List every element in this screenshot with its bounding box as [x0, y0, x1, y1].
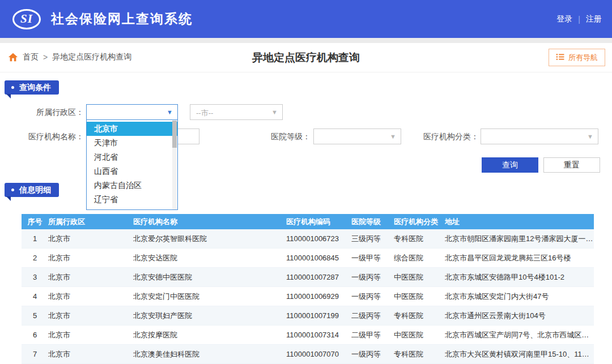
table-cell: 2 — [22, 254, 48, 262]
auth-links: 登录 | 注册 — [556, 0, 602, 38]
table-row: 3北京市北京安德中医医院1100001007287一级丙等中医医院北京市东城区安… — [22, 268, 594, 287]
login-link[interactable]: 登录 — [556, 14, 572, 24]
table-cell: 一级丙等 — [351, 292, 394, 302]
chevron-down-icon: ▼ — [271, 109, 278, 115]
dropdown-scrollbar-thumb[interactable] — [172, 121, 177, 148]
table-cell: 北京市 — [48, 272, 133, 282]
table-cell: 北京市 — [48, 253, 133, 263]
search-button[interactable]: 查询 — [482, 157, 538, 173]
table-cell: 北京市西城区宝产胡同7号、北京市西城区宝… — [445, 330, 594, 340]
region-dropdown-panel: 北京市天津市河北省山西省内蒙古自治区辽宁省吉林省 — [86, 119, 178, 210]
table-cell: 北京澳美佳妇科医院 — [133, 349, 286, 359]
table-cell: 1100001006929 — [286, 292, 351, 301]
table-cell: 1100001007287 — [286, 273, 351, 281]
table-cell: 北京市 — [48, 330, 133, 340]
dropdown-option[interactable]: 山西省 — [87, 164, 177, 178]
table-body: 1北京市北京爱尔英智眼科医院1100001006723三级丙等专科医院北京市朝阳… — [22, 229, 594, 364]
table-cell: 专科医院 — [394, 234, 445, 244]
chevron-down-icon: ▼ — [587, 133, 593, 140]
dropdown-option[interactable]: 天津市 — [87, 136, 177, 150]
table-row: 1北京市北京爱尔英智眼科医院1100001006723三级丙等专科医院北京市朝阳… — [22, 229, 594, 249]
table-cell: 7 — [22, 350, 48, 358]
detail-section-header: 信息明细 — [5, 183, 59, 197]
table-header-cell: 医疗机构分类 — [394, 217, 445, 227]
app-header: SI 社会保险网上查询系统 登录 | 注册 — [0, 0, 612, 38]
table-cell: 北京市 — [48, 234, 133, 244]
all-nav-label: 所有导航 — [568, 53, 598, 63]
si-logo-icon: SI — [12, 9, 41, 29]
table-cell: 5 — [22, 311, 48, 320]
table-header-cell: 医疗机构名称 — [133, 217, 286, 227]
table-cell: 二级丙等 — [351, 311, 394, 321]
table-cell: 综合医院 — [394, 253, 445, 263]
table-cell: 北京爱尔英智眼科医院 — [133, 234, 286, 244]
city-select-value: --市-- — [196, 108, 213, 118]
table-header-cell: 地址 — [445, 217, 594, 227]
table-cell: 中医医院 — [394, 272, 445, 282]
region-dropdown-list: 北京市天津市河北省山西省内蒙古自治区辽宁省吉林省 — [87, 122, 177, 210]
breadcrumb-bar: 首页 > 异地定点医疗机构查询 异地定点医疗机构查询 所有导航 — [0, 43, 612, 72]
dropdown-option[interactable]: 吉林省 — [87, 207, 177, 210]
table-cell: 中医医院 — [394, 292, 445, 302]
system-title: 社会保险网上查询系统 — [51, 10, 193, 28]
table-row: 5北京市北京安琪妇产医院1100001007199二级丙等专科医院北京市通州区云… — [22, 306, 594, 326]
table-cell: 3 — [22, 273, 48, 281]
query-section-header: 查询条件 — [5, 80, 59, 95]
table-cell: 北京安德中医医院 — [133, 272, 286, 282]
dropdown-option[interactable]: 河北省 — [87, 150, 177, 164]
org-name-label: 医疗机构名称： — [2, 132, 84, 142]
org-type-label: 医疗机构分类： — [387, 132, 479, 142]
table-cell: 二级甲等 — [351, 330, 394, 340]
table-row: 7北京市北京澳美佳妇科医院1100001007070一级丙等专科医院北京市大兴区… — [22, 345, 594, 364]
page-title: 异地定点医疗机构查询 — [0, 50, 612, 65]
table-cell: 北京市东城区安德路甲10号4楼101-2 — [445, 272, 594, 282]
page: SI 社会保险网上查询系统 登录 | 注册 首页 > 异地定点医疗机构查询 异地… — [0, 0, 612, 364]
table-cell: 1100001007070 — [286, 350, 351, 358]
header-divider-strip — [0, 38, 612, 43]
table-cell: 北京市东城区安定门内大街47号 — [445, 292, 594, 302]
bullet-icon — [11, 86, 14, 89]
table-cell: 1 — [22, 234, 48, 243]
register-link[interactable]: 注册 — [586, 14, 602, 24]
table-cell: 1100001007314 — [286, 331, 351, 339]
table-header-row: 序号所属行政区医疗机构名称医疗机构编码医院等级医疗机构分类地址 — [22, 214, 594, 229]
table-cell: 北京安琪妇产医院 — [133, 311, 286, 321]
table-cell: 北京市大兴区黄村镇双河南里甲15-10、11、12 — [445, 349, 594, 359]
table-cell: 北京按摩医院 — [133, 330, 286, 340]
bullet-icon — [11, 189, 14, 191]
org-type-select[interactable]: ▼ — [481, 129, 598, 144]
table-row: 6北京市北京按摩医院1100001007314二级甲等中医医院北京市西城区宝产胡… — [22, 326, 594, 345]
dropdown-option[interactable]: 辽宁省 — [87, 192, 177, 207]
table-cell: 一级甲等 — [351, 253, 394, 263]
table-row: 4北京市北京安定门中医医院1100001006929一级丙等中医医院北京市东城区… — [22, 287, 594, 306]
table-header-cell: 序号 — [22, 217, 48, 227]
table-cell: 一级丙等 — [351, 272, 394, 282]
table-header-cell: 医院等级 — [351, 217, 394, 227]
table-cell: 一级丙等 — [351, 349, 394, 359]
table-cell: 北京市 — [48, 349, 133, 359]
dropdown-scrollbar[interactable] — [172, 121, 177, 210]
city-select[interactable]: --市-- ▼ — [190, 104, 283, 120]
all-nav-button[interactable]: 所有导航 — [549, 49, 605, 66]
results-table: 序号所属行政区医疗机构名称医疗机构编码医院等级医疗机构分类地址 1北京市北京爱尔… — [22, 214, 594, 364]
table-header-cell: 所属行政区 — [48, 217, 133, 227]
table-cell: 北京市通州区云景南大街104号 — [445, 311, 594, 321]
table-cell: 1100001006723 — [286, 234, 351, 243]
table-cell: 北京市 — [48, 292, 133, 302]
auth-divider: | — [578, 15, 580, 24]
region-label: 所属行政区： — [2, 108, 84, 118]
table-cell: 专科医院 — [394, 349, 445, 359]
table-cell: 北京市 — [48, 311, 133, 321]
table-row: 2北京市北京安达医院1100001006845一级甲等综合医院北京市昌平区回龙观… — [22, 249, 594, 268]
region-select[interactable]: ▼ — [86, 104, 178, 120]
dropdown-option[interactable]: 内蒙古自治区 — [87, 178, 177, 192]
dropdown-option[interactable]: 北京市 — [87, 122, 177, 136]
table-cell: 专科医院 — [394, 311, 445, 321]
table-cell: 北京市朝阳区潘家园南里12号潘家园大厦一层… — [445, 234, 594, 244]
table-cell: 1100001007199 — [286, 311, 351, 320]
nav-list-icon — [556, 53, 564, 62]
reset-button[interactable]: 重置 — [543, 157, 600, 173]
table-cell: 中医医院 — [394, 330, 445, 340]
table-cell: 北京安定门中医医院 — [133, 292, 286, 302]
table-cell: 4 — [22, 292, 48, 301]
